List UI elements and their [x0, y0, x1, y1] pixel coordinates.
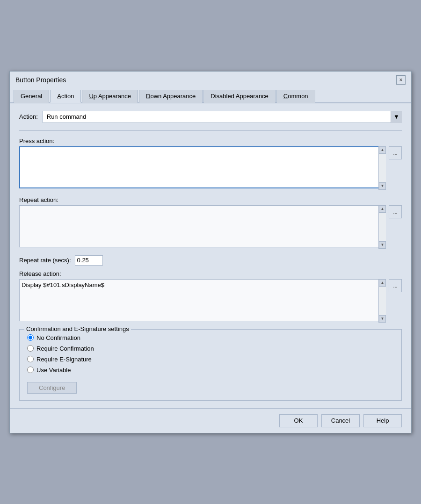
tab-down-appearance-label: Down Appearance — [146, 93, 196, 100]
tab-action-label: Action — [57, 93, 74, 100]
release-action-browse-button[interactable]: ... — [389, 279, 402, 292]
cancel-button[interactable]: Cancel — [321, 414, 360, 427]
release-action-label: Release action: — [19, 270, 402, 277]
tab-general[interactable]: General — [14, 90, 49, 103]
tab-disabled-appearance[interactable]: Disabled Appearance — [203, 90, 276, 103]
release-action-scroll-up[interactable]: ▲ — [379, 279, 386, 287]
help-button[interactable]: Help — [363, 414, 402, 427]
no-confirmation-label: No Confirmation — [36, 334, 80, 341]
no-confirmation-radio[interactable] — [27, 334, 34, 341]
repeat-action-scrollbar[interactable]: ▲ ▼ — [378, 205, 386, 249]
press-action-input[interactable] — [19, 146, 386, 188]
action-dropdown[interactable]: Run command Open page Close page Print — [43, 111, 402, 123]
tab-down-appearance[interactable]: Down Appearance — [139, 90, 203, 103]
tabs-bar: General Action Up Appearance Down Appear… — [10, 87, 411, 103]
tab-up-appearance-label: Up Appearance — [89, 93, 131, 100]
repeat-action-group: Repeat action: ▲ ▼ ... — [19, 196, 402, 249]
action-row: Action: Run command Open page Close page… — [19, 111, 402, 123]
use-variable-radio[interactable] — [27, 367, 34, 373]
close-button[interactable]: × — [396, 75, 406, 85]
require-confirmation-row: Require Confirmation — [27, 345, 394, 352]
no-confirmation-row: No Confirmation — [27, 334, 394, 341]
button-properties-dialog: Button Properties × General Action Up Ap… — [9, 71, 412, 433]
press-action-group: Press action: ▲ ▼ ... — [19, 137, 402, 190]
repeat-action-scroll-up[interactable]: ▲ — [379, 205, 386, 213]
release-action-row: Display $#101.sDisplayName$ ▲ ▼ ... — [19, 279, 402, 323]
tab-common[interactable]: Common — [276, 90, 315, 103]
require-esignature-radio[interactable] — [27, 356, 34, 362]
action-dropdown-wrapper: Run command Open page Close page Print ▼ — [43, 111, 402, 123]
dialog-title: Button Properties — [15, 76, 66, 84]
repeat-action-input[interactable] — [19, 205, 386, 247]
configure-button[interactable]: Configure — [27, 382, 77, 394]
repeat-rate-input[interactable]: 0.25 — [75, 255, 103, 266]
repeat-action-row: ▲ ▼ ... — [19, 205, 402, 249]
require-confirmation-label: Require Confirmation — [36, 345, 94, 352]
action-label: Action: — [19, 113, 38, 120]
tab-common-label: Common — [283, 93, 308, 100]
tab-up-appearance[interactable]: Up Appearance — [82, 90, 138, 103]
press-action-scrollbar[interactable]: ▲ ▼ — [378, 146, 386, 190]
tab-action[interactable]: Action — [50, 90, 81, 103]
press-action-row: ▲ ▼ ... — [19, 146, 402, 190]
release-action-scrollbar[interactable]: ▲ ▼ — [378, 279, 386, 323]
ok-button[interactable]: OK — [279, 414, 318, 427]
press-action-browse-button[interactable]: ... — [389, 146, 402, 159]
release-action-wrapper: Display $#101.sDisplayName$ ▲ ▼ — [19, 279, 386, 323]
tab-content: Action: Run command Open page Close page… — [10, 103, 411, 408]
repeat-action-wrapper: ▲ ▼ — [19, 205, 386, 249]
title-bar: Button Properties × — [10, 72, 411, 87]
require-esignature-row: Require E-Signature — [27, 356, 394, 363]
use-variable-row: Use Variable — [27, 367, 394, 374]
release-action-scroll-down[interactable]: ▼ — [379, 315, 386, 323]
confirmation-group: Confirmation and E-Signature settings No… — [19, 329, 402, 401]
press-action-scroll-up[interactable]: ▲ — [379, 146, 386, 154]
separator — [19, 130, 402, 131]
button-bar: OK Cancel Help — [10, 408, 411, 433]
repeat-action-scroll-down[interactable]: ▼ — [379, 241, 386, 249]
tab-disabled-appearance-label: Disabled Appearance — [210, 93, 269, 100]
use-variable-label: Use Variable — [36, 367, 71, 374]
repeat-rate-row: Repeat rate (secs): 0.25 — [19, 255, 402, 266]
press-action-wrapper: ▲ ▼ — [19, 146, 386, 190]
release-action-group: Release action: Display $#101.sDisplayNa… — [19, 270, 402, 323]
release-action-input[interactable]: Display $#101.sDisplayName$ — [19, 279, 386, 321]
repeat-action-browse-button[interactable]: ... — [389, 205, 402, 218]
press-action-scroll-down[interactable]: ▼ — [379, 182, 386, 190]
press-action-label: Press action: — [19, 137, 402, 144]
tab-general-label: General — [21, 93, 42, 100]
confirmation-legend: Confirmation and E-Signature settings — [24, 325, 131, 332]
require-esignature-label: Require E-Signature — [36, 356, 92, 363]
repeat-rate-label: Repeat rate (secs): — [19, 257, 71, 264]
require-confirmation-radio[interactable] — [27, 345, 34, 352]
repeat-action-label: Repeat action: — [19, 196, 402, 203]
